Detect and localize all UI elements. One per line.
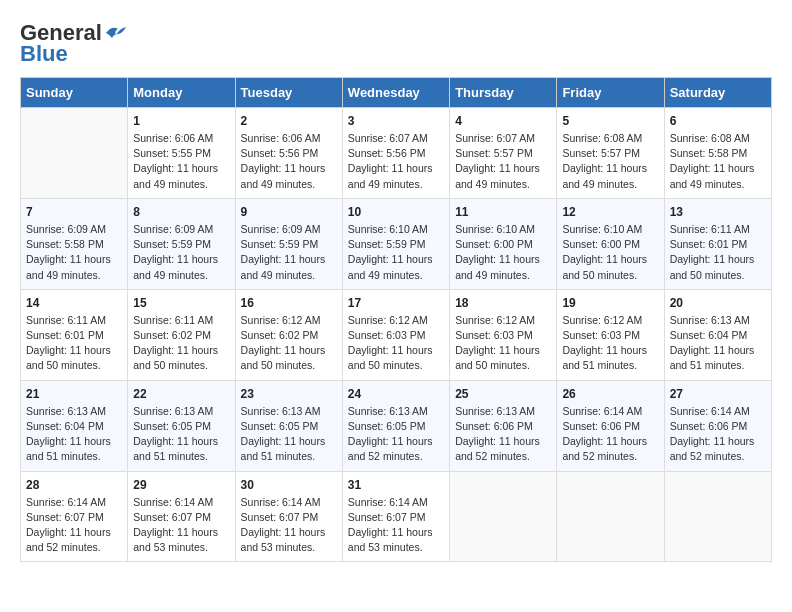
calendar-cell: 22Sunrise: 6:13 AM Sunset: 6:05 PM Dayli… (128, 380, 235, 471)
calendar-cell: 26Sunrise: 6:14 AM Sunset: 6:06 PM Dayli… (557, 380, 664, 471)
day-info: Sunrise: 6:12 AM Sunset: 6:03 PM Dayligh… (348, 313, 444, 374)
day-number: 25 (455, 387, 551, 401)
calendar-cell: 17Sunrise: 6:12 AM Sunset: 6:03 PM Dayli… (342, 289, 449, 380)
calendar-cell (557, 471, 664, 562)
day-info: Sunrise: 6:08 AM Sunset: 5:57 PM Dayligh… (562, 131, 658, 192)
day-number: 21 (26, 387, 122, 401)
week-row-2: 7Sunrise: 6:09 AM Sunset: 5:58 PM Daylig… (21, 198, 772, 289)
day-info: Sunrise: 6:06 AM Sunset: 5:55 PM Dayligh… (133, 131, 229, 192)
day-info: Sunrise: 6:10 AM Sunset: 5:59 PM Dayligh… (348, 222, 444, 283)
day-number: 15 (133, 296, 229, 310)
calendar-cell: 15Sunrise: 6:11 AM Sunset: 6:02 PM Dayli… (128, 289, 235, 380)
day-number: 28 (26, 478, 122, 492)
day-number: 2 (241, 114, 337, 128)
day-number: 19 (562, 296, 658, 310)
calendar-cell: 10Sunrise: 6:10 AM Sunset: 5:59 PM Dayli… (342, 198, 449, 289)
day-number: 22 (133, 387, 229, 401)
day-info: Sunrise: 6:11 AM Sunset: 6:01 PM Dayligh… (26, 313, 122, 374)
page-header: General Blue (20, 20, 772, 67)
week-row-4: 21Sunrise: 6:13 AM Sunset: 6:04 PM Dayli… (21, 380, 772, 471)
day-info: Sunrise: 6:14 AM Sunset: 6:07 PM Dayligh… (26, 495, 122, 556)
day-number: 9 (241, 205, 337, 219)
calendar-cell: 29Sunrise: 6:14 AM Sunset: 6:07 PM Dayli… (128, 471, 235, 562)
day-info: Sunrise: 6:13 AM Sunset: 6:05 PM Dayligh… (348, 404, 444, 465)
calendar-cell: 21Sunrise: 6:13 AM Sunset: 6:04 PM Dayli… (21, 380, 128, 471)
day-header-friday: Friday (557, 78, 664, 108)
day-info: Sunrise: 6:10 AM Sunset: 6:00 PM Dayligh… (562, 222, 658, 283)
day-number: 11 (455, 205, 551, 219)
day-number: 1 (133, 114, 229, 128)
day-number: 26 (562, 387, 658, 401)
day-info: Sunrise: 6:06 AM Sunset: 5:56 PM Dayligh… (241, 131, 337, 192)
calendar-cell: 7Sunrise: 6:09 AM Sunset: 5:58 PM Daylig… (21, 198, 128, 289)
day-number: 24 (348, 387, 444, 401)
day-number: 10 (348, 205, 444, 219)
day-number: 30 (241, 478, 337, 492)
calendar-cell: 1Sunrise: 6:06 AM Sunset: 5:55 PM Daylig… (128, 108, 235, 199)
logo-blue: Blue (20, 41, 68, 67)
day-number: 7 (26, 205, 122, 219)
calendar-cell: 2Sunrise: 6:06 AM Sunset: 5:56 PM Daylig… (235, 108, 342, 199)
day-info: Sunrise: 6:13 AM Sunset: 6:05 PM Dayligh… (241, 404, 337, 465)
day-number: 14 (26, 296, 122, 310)
day-number: 31 (348, 478, 444, 492)
calendar-cell (664, 471, 771, 562)
day-info: Sunrise: 6:13 AM Sunset: 6:04 PM Dayligh… (670, 313, 766, 374)
calendar-cell: 6Sunrise: 6:08 AM Sunset: 5:58 PM Daylig… (664, 108, 771, 199)
calendar-cell: 24Sunrise: 6:13 AM Sunset: 6:05 PM Dayli… (342, 380, 449, 471)
day-info: Sunrise: 6:12 AM Sunset: 6:03 PM Dayligh… (562, 313, 658, 374)
calendar-cell: 9Sunrise: 6:09 AM Sunset: 5:59 PM Daylig… (235, 198, 342, 289)
calendar-cell: 30Sunrise: 6:14 AM Sunset: 6:07 PM Dayli… (235, 471, 342, 562)
day-info: Sunrise: 6:13 AM Sunset: 6:05 PM Dayligh… (133, 404, 229, 465)
calendar-cell: 27Sunrise: 6:14 AM Sunset: 6:06 PM Dayli… (664, 380, 771, 471)
calendar-cell: 28Sunrise: 6:14 AM Sunset: 6:07 PM Dayli… (21, 471, 128, 562)
calendar-cell: 19Sunrise: 6:12 AM Sunset: 6:03 PM Dayli… (557, 289, 664, 380)
calendar-cell: 3Sunrise: 6:07 AM Sunset: 5:56 PM Daylig… (342, 108, 449, 199)
day-info: Sunrise: 6:09 AM Sunset: 5:58 PM Dayligh… (26, 222, 122, 283)
week-row-3: 14Sunrise: 6:11 AM Sunset: 6:01 PM Dayli… (21, 289, 772, 380)
calendar-cell (450, 471, 557, 562)
day-number: 29 (133, 478, 229, 492)
day-info: Sunrise: 6:14 AM Sunset: 6:07 PM Dayligh… (348, 495, 444, 556)
day-info: Sunrise: 6:14 AM Sunset: 6:06 PM Dayligh… (562, 404, 658, 465)
day-header-wednesday: Wednesday (342, 78, 449, 108)
calendar-cell: 13Sunrise: 6:11 AM Sunset: 6:01 PM Dayli… (664, 198, 771, 289)
day-number: 4 (455, 114, 551, 128)
day-header-monday: Monday (128, 78, 235, 108)
day-number: 8 (133, 205, 229, 219)
calendar-cell: 18Sunrise: 6:12 AM Sunset: 6:03 PM Dayli… (450, 289, 557, 380)
day-header-tuesday: Tuesday (235, 78, 342, 108)
calendar-cell: 8Sunrise: 6:09 AM Sunset: 5:59 PM Daylig… (128, 198, 235, 289)
logo-bird-icon (104, 24, 126, 42)
day-info: Sunrise: 6:14 AM Sunset: 6:07 PM Dayligh… (241, 495, 337, 556)
calendar-cell (21, 108, 128, 199)
day-header-sunday: Sunday (21, 78, 128, 108)
day-number: 17 (348, 296, 444, 310)
day-info: Sunrise: 6:10 AM Sunset: 6:00 PM Dayligh… (455, 222, 551, 283)
day-info: Sunrise: 6:13 AM Sunset: 6:06 PM Dayligh… (455, 404, 551, 465)
calendar-cell: 11Sunrise: 6:10 AM Sunset: 6:00 PM Dayli… (450, 198, 557, 289)
day-info: Sunrise: 6:11 AM Sunset: 6:02 PM Dayligh… (133, 313, 229, 374)
day-number: 27 (670, 387, 766, 401)
day-info: Sunrise: 6:08 AM Sunset: 5:58 PM Dayligh… (670, 131, 766, 192)
calendar-header-row: SundayMondayTuesdayWednesdayThursdayFrid… (21, 78, 772, 108)
calendar-cell: 25Sunrise: 6:13 AM Sunset: 6:06 PM Dayli… (450, 380, 557, 471)
day-number: 20 (670, 296, 766, 310)
calendar-table: SundayMondayTuesdayWednesdayThursdayFrid… (20, 77, 772, 562)
calendar-cell: 16Sunrise: 6:12 AM Sunset: 6:02 PM Dayli… (235, 289, 342, 380)
day-number: 6 (670, 114, 766, 128)
week-row-1: 1Sunrise: 6:06 AM Sunset: 5:55 PM Daylig… (21, 108, 772, 199)
day-number: 13 (670, 205, 766, 219)
calendar-cell: 23Sunrise: 6:13 AM Sunset: 6:05 PM Dayli… (235, 380, 342, 471)
day-number: 12 (562, 205, 658, 219)
day-info: Sunrise: 6:13 AM Sunset: 6:04 PM Dayligh… (26, 404, 122, 465)
calendar-cell: 31Sunrise: 6:14 AM Sunset: 6:07 PM Dayli… (342, 471, 449, 562)
calendar-cell: 14Sunrise: 6:11 AM Sunset: 6:01 PM Dayli… (21, 289, 128, 380)
day-info: Sunrise: 6:12 AM Sunset: 6:03 PM Dayligh… (455, 313, 551, 374)
day-number: 18 (455, 296, 551, 310)
day-header-saturday: Saturday (664, 78, 771, 108)
day-info: Sunrise: 6:07 AM Sunset: 5:57 PM Dayligh… (455, 131, 551, 192)
day-info: Sunrise: 6:12 AM Sunset: 6:02 PM Dayligh… (241, 313, 337, 374)
calendar-cell: 20Sunrise: 6:13 AM Sunset: 6:04 PM Dayli… (664, 289, 771, 380)
day-info: Sunrise: 6:09 AM Sunset: 5:59 PM Dayligh… (241, 222, 337, 283)
